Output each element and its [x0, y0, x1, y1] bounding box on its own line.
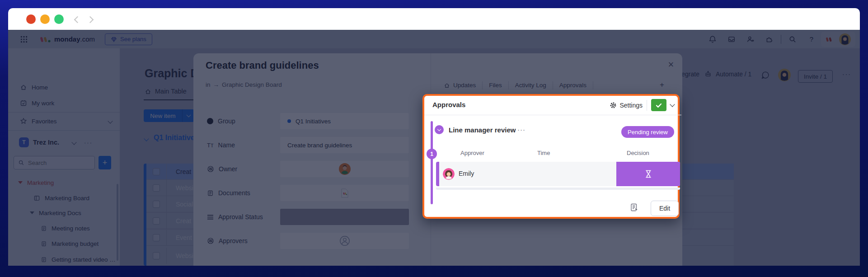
- app-area: monday.com See plans: [8, 30, 860, 266]
- approvals-header-actions: Settings: [610, 99, 674, 111]
- check-icon: [655, 102, 662, 109]
- back-icon[interactable]: [74, 16, 81, 23]
- approval-step-timeline: [431, 121, 433, 204]
- step-collapse-button[interactable]: [435, 125, 444, 134]
- approver-name: Emily: [459, 170, 474, 177]
- edit-button[interactable]: Edit: [651, 201, 679, 216]
- column-header-decision: Decision: [627, 150, 649, 156]
- chevron-down-icon[interactable]: [670, 102, 675, 107]
- chevron-down-icon: [437, 127, 441, 131]
- decision-cell-pending[interactable]: [616, 162, 680, 186]
- forward-icon[interactable]: [87, 16, 94, 23]
- step-menu-button[interactable]: ···: [517, 126, 525, 133]
- approver-row[interactable]: Emily: [436, 162, 680, 186]
- settings-button[interactable]: Settings: [610, 102, 643, 109]
- status-badge: Pending review: [621, 126, 674, 138]
- close-window-button[interactable]: [26, 14, 36, 24]
- step-name: Line manager review: [449, 126, 516, 134]
- minimize-window-button[interactable]: [40, 14, 50, 24]
- next-row-sliver: [436, 188, 680, 190]
- browser-titlebar: [8, 8, 860, 30]
- gear-icon: [610, 102, 617, 109]
- panel-divider: [424, 115, 681, 115]
- approvals-panel: Approvals Settings: [422, 94, 680, 219]
- approve-button[interactable]: [651, 99, 666, 111]
- form-request-icon[interactable]: [630, 203, 639, 212]
- hourglass-icon: [643, 169, 654, 179]
- screenshot-root: monday.com See plans: [0, 0, 868, 277]
- row-accent-bar: [436, 162, 439, 186]
- column-header-approver: Approver: [460, 150, 484, 156]
- column-header-time: Time: [537, 150, 550, 156]
- approvals-panel-title: Approvals: [432, 101, 465, 108]
- approver-avatar: [443, 168, 455, 180]
- step-number-badge: 1: [427, 149, 437, 159]
- zoom-window-button[interactable]: [54, 14, 64, 24]
